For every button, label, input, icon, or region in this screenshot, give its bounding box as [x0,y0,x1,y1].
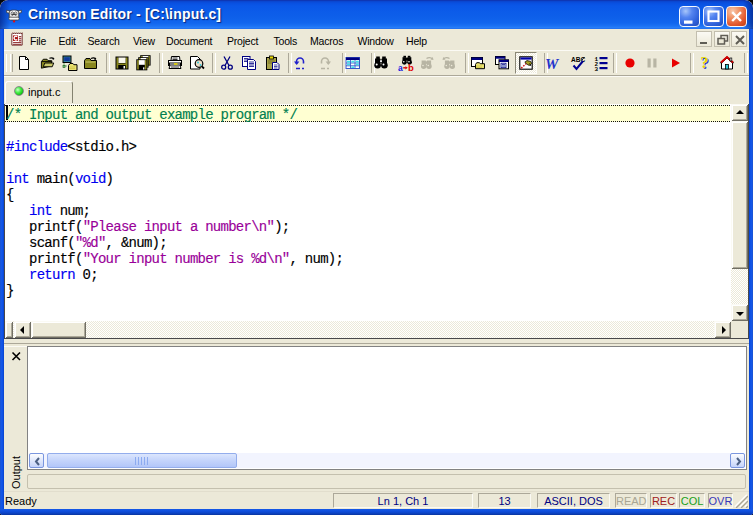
svg-text:b: b [408,62,414,71]
svg-text:?: ? [701,55,709,71]
svg-text:a: a [398,63,403,72]
svg-text:3: 3 [595,66,599,71]
svg-text:W: W [545,56,560,72]
